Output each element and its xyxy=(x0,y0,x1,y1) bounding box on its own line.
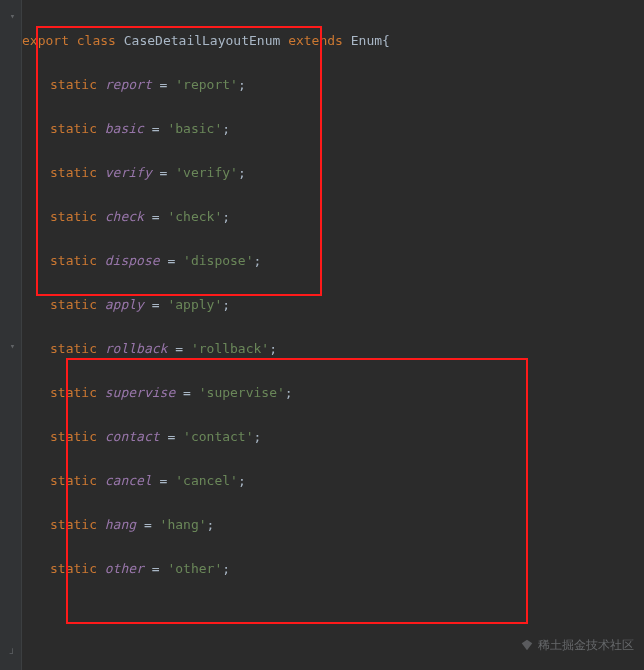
code-line: static basic = 'basic'; xyxy=(22,118,513,140)
code-line: static dispose = 'dispose'; xyxy=(22,250,513,272)
code-line: static other = 'other'; xyxy=(22,558,513,580)
fold-icon[interactable]: ▾ xyxy=(8,342,17,351)
code-line: static verify = 'verify'; xyxy=(22,162,513,184)
blank-line xyxy=(22,602,513,624)
code-line: static cancel = 'cancel'; xyxy=(22,470,513,492)
code-line: static rollback = 'rollback'; xyxy=(22,338,513,360)
blank-line xyxy=(22,646,513,668)
code-line: export class CaseDetailLayoutEnum extend… xyxy=(22,30,513,52)
code-line: static report = 'report'; xyxy=(22,74,513,96)
fold-end-icon: ┘ xyxy=(8,650,17,659)
watermark: 稀土掘金技术社区 xyxy=(520,634,634,656)
code-area[interactable]: export class CaseDetailLayoutEnum extend… xyxy=(22,8,513,670)
watermark-text: 稀土掘金技术社区 xyxy=(538,634,634,656)
fold-icon[interactable]: ▾ xyxy=(8,12,17,21)
gutter: ▾ ▾ ┘ xyxy=(0,0,22,670)
code-line: static supervise = 'supervise'; xyxy=(22,382,513,404)
code-line: static contact = 'contact'; xyxy=(22,426,513,448)
code-line: static check = 'check'; xyxy=(22,206,513,228)
code-line: static hang = 'hang'; xyxy=(22,514,513,536)
juejin-icon xyxy=(520,638,534,652)
code-line: static apply = 'apply'; xyxy=(22,294,513,316)
